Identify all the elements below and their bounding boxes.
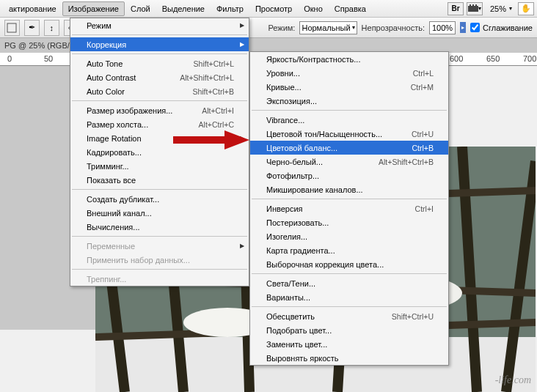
menu-item-label: Показать все bbox=[87, 176, 234, 185]
opacity-field[interactable]: 100% bbox=[429, 21, 456, 34]
menu-item[interactable]: Выровнять яркость bbox=[250, 351, 448, 365]
mode-select[interactable]: Нормальный▾ bbox=[299, 21, 357, 34]
menu-item[interactable]: Выборочная коррекция цвета... bbox=[250, 257, 448, 271]
anti-alias-checkbox[interactable]: Сглаживание bbox=[470, 23, 533, 32]
mode-label: Режим: bbox=[268, 23, 295, 32]
menu-item-label: Обесцветить bbox=[266, 312, 370, 321]
menu-item-label: Auto Contrast bbox=[87, 73, 158, 82]
menu-item-shortcut: Alt+Shift+Ctrl+B bbox=[357, 158, 434, 166]
menu-item: Треппинг... bbox=[70, 272, 249, 286]
menu-item-label: Инверсия bbox=[266, 204, 393, 213]
menu-item[interactable]: Подобрать цвет... bbox=[250, 323, 448, 337]
menu-item-label: Экспозиция... bbox=[266, 97, 434, 106]
menu-item-label: Vibrance... bbox=[266, 116, 434, 125]
menu-item[interactable]: Изогелия... bbox=[250, 229, 448, 243]
menu-image[interactable]: Изображение bbox=[62, 1, 125, 16]
menu-item-label: Подобрать цвет... bbox=[266, 326, 434, 335]
menu-item-label: Внешний канал... bbox=[87, 209, 234, 218]
menu-item[interactable]: Коррекция bbox=[70, 37, 249, 51]
menu-item[interactable]: Карта градиента... bbox=[250, 243, 448, 257]
menu-item-shortcut: Ctrl+M bbox=[389, 83, 434, 92]
menu-item-label: Черно-белый... bbox=[266, 158, 357, 166]
hand-icon[interactable]: ✋ bbox=[518, 2, 534, 15]
menu-item-label: Уровни... bbox=[266, 69, 391, 78]
menu-item[interactable]: Показать все bbox=[70, 173, 249, 187]
menu-item[interactable]: Vibrance... bbox=[250, 113, 448, 127]
menu-view[interactable]: Просмотр bbox=[249, 1, 298, 16]
adjustments-submenu: Яркость/Контрастность...Уровни...Ctrl+LК… bbox=[249, 51, 449, 366]
menu-help[interactable]: Справка bbox=[329, 1, 372, 16]
menu-item-label: Варианты... bbox=[266, 293, 434, 302]
menu-item-label: Кривые... bbox=[266, 83, 389, 92]
menu-item-label: Цветовой баланс... bbox=[266, 144, 390, 152]
opacity-label: Непрозрачность: bbox=[362, 23, 425, 32]
menu-item[interactable]: Тримминг... bbox=[70, 159, 249, 173]
menu-item-label: Света/Тени... bbox=[266, 279, 434, 288]
svg-rect-0 bbox=[468, 6, 478, 12]
menu-item-label: Режим bbox=[87, 21, 234, 30]
menu-item-shortcut: Alt+Ctrl+C bbox=[177, 120, 234, 129]
menu-filter[interactable]: Фильтр bbox=[211, 1, 249, 16]
menu-item[interactable]: Auto ContrastAlt+Shift+Ctrl+L bbox=[70, 70, 249, 84]
svg-rect-3 bbox=[475, 4, 477, 6]
menu-item-shortcut: Ctrl+I bbox=[393, 204, 434, 213]
menu-item[interactable]: Создать дубликат... bbox=[70, 192, 249, 206]
menu-item[interactable]: Внешний канал... bbox=[70, 206, 249, 220]
menu-select[interactable]: Выделение bbox=[156, 1, 211, 16]
menu-item[interactable]: Фотофильтр... bbox=[250, 169, 448, 182]
menu-item-label: Выровнять яркость bbox=[266, 354, 434, 363]
menu-item-label: Тримминг... bbox=[87, 162, 234, 171]
menu-item[interactable]: Кадрировать... bbox=[70, 145, 249, 159]
menu-item-label: Размер холста... bbox=[87, 120, 177, 129]
arrow-icon[interactable]: ↕ bbox=[44, 20, 59, 36]
menu-item[interactable]: Цветовой тон/Насыщенность...Ctrl+U bbox=[250, 127, 448, 141]
menu-item-label: Постеризовать... bbox=[266, 218, 434, 227]
menu-item[interactable]: Яркость/Контрастность... bbox=[250, 52, 448, 66]
menu-item-shortcut: Ctrl+L bbox=[391, 69, 434, 78]
image-menu: РежимКоррекцияAuto ToneShift+Ctrl+LAuto … bbox=[70, 18, 249, 286]
menu-item[interactable]: Света/Тени... bbox=[250, 276, 448, 290]
menu-item[interactable]: Черно-белый...Alt+Shift+Ctrl+B bbox=[250, 155, 448, 169]
bridge-icon[interactable]: Br bbox=[448, 2, 464, 15]
menu-item-shortcut: Shift+Ctrl+B bbox=[170, 87, 234, 96]
menu-item[interactable]: Постеризовать... bbox=[250, 215, 448, 229]
menu-item[interactable]: Микширование каналов... bbox=[250, 182, 448, 196]
menu-item-label: Выборочная коррекция цвета... bbox=[266, 260, 434, 269]
menu-item-label: Вычисления... bbox=[87, 223, 234, 232]
menu-item[interactable]: Экспозиция... bbox=[250, 94, 448, 108]
zoom-level[interactable]: 25%▾ bbox=[490, 4, 512, 13]
opacity-flyout-icon[interactable]: ▸ bbox=[460, 22, 466, 33]
menu-item[interactable]: Размер изображения...Alt+Ctrl+I bbox=[70, 103, 249, 117]
menu-item: Переменные bbox=[70, 239, 249, 253]
tool-preset[interactable] bbox=[4, 20, 20, 36]
menu-item-label: Размер изображения... bbox=[87, 106, 180, 115]
menu-layer[interactable]: Слой bbox=[125, 1, 156, 16]
menu-item[interactable]: Режим bbox=[70, 18, 249, 32]
menu-item[interactable]: ИнверсияCtrl+I bbox=[250, 201, 448, 215]
menu-item[interactable]: Кривые...Ctrl+M bbox=[250, 80, 448, 94]
menu-item-label: Изогелия... bbox=[266, 232, 434, 241]
menu-window[interactable]: Окно bbox=[298, 1, 329, 16]
menu-edit[interactable]: актирование bbox=[3, 1, 62, 16]
menu-item-label: Фотофильтр... bbox=[266, 171, 434, 180]
film-icon[interactable]: ▾ bbox=[467, 2, 483, 15]
menu-item-label: Переменные bbox=[87, 242, 234, 251]
menu-item-label: Создать дубликат... bbox=[87, 195, 234, 204]
menu-item[interactable]: Размер холста...Alt+Ctrl+C bbox=[70, 117, 249, 131]
menu-item-label: Image Rotation bbox=[87, 134, 234, 143]
menu-item[interactable]: Auto ToneShift+Ctrl+L bbox=[70, 56, 249, 70]
svg-rect-1 bbox=[470, 4, 471, 6]
menu-item[interactable]: Auto ColorShift+Ctrl+B bbox=[70, 84, 249, 98]
menu-item[interactable]: Варианты... bbox=[250, 290, 448, 304]
menu-item[interactable]: Уровни...Ctrl+L bbox=[250, 66, 448, 80]
menu-item-label: Кадрировать... bbox=[87, 148, 234, 157]
menu-item[interactable]: Image Rotation bbox=[70, 131, 249, 145]
watermark: -life.com bbox=[495, 374, 531, 386]
menu-item[interactable]: ОбесцветитьShift+Ctrl+U bbox=[250, 309, 448, 323]
svg-rect-4 bbox=[7, 23, 16, 32]
menu-item[interactable]: Вычисления... bbox=[70, 220, 249, 234]
pen-icon[interactable]: ✒ bbox=[24, 20, 40, 36]
menu-item[interactable]: Заменить цвет... bbox=[250, 337, 448, 351]
menu-item-shortcut: Ctrl+U bbox=[390, 130, 434, 138]
menu-item[interactable]: Цветовой баланс...Ctrl+B bbox=[250, 141, 448, 155]
